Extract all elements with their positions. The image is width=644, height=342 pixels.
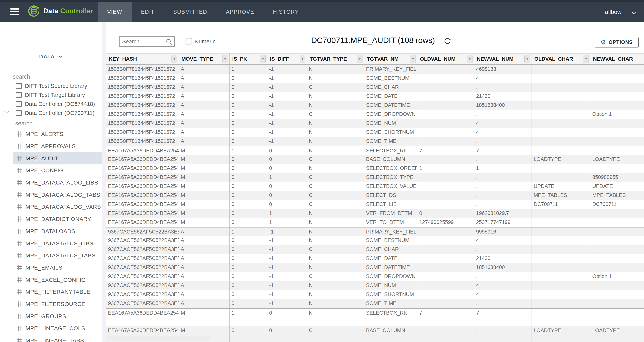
filter-caret-icon: ▼: [585, 58, 587, 60]
grid-cell-key_hash: 9367CACE562AF5C522BA3EE: [106, 290, 179, 299]
grid-cell-oldval_char: [532, 245, 590, 254]
table-label: MPE_DATADICTIONARY: [26, 216, 91, 222]
sidebar-table-item[interactable]: MPE_EXCEL_CONFIG: [13, 274, 102, 286]
grid-cell-tgtvar_nm: SELECTBOX_RK: [364, 309, 418, 326]
column-header-is_pk[interactable]: IS_PK▼: [230, 54, 267, 64]
sidebar-data-menu[interactable]: DATA: [0, 54, 102, 60]
hamburger-menu-icon[interactable]: [10, 8, 19, 16]
grid-cell-newval_num: .: [474, 272, 532, 281]
grid-cell-oldval_num: 7: [418, 309, 474, 326]
grid-cell-key_hash: 1506B0F7818445F41591672: [106, 128, 179, 137]
sidebar-table-item[interactable]: MPE_DATACATALOG_VARS: [13, 201, 102, 213]
sidebar-table-item[interactable]: MPE_DATALOADS: [13, 225, 102, 237]
grid-cell-tgtvar_type: N: [307, 254, 364, 263]
sidebar-table-item[interactable]: MPE_DATACATALOG_LIBS: [13, 177, 102, 189]
tab-view[interactable]: VIEW: [98, 2, 132, 22]
tab-edit[interactable]: EDIT: [132, 2, 164, 22]
grid-cell-tgtvar_type: C: [307, 191, 364, 200]
column-filter-button[interactable]: ▼: [300, 55, 305, 63]
column-header-tgtvar_type[interactable]: TGTVAR_TYPE▼: [307, 54, 364, 64]
grid-cell-key_hash: 9367CACE562AF5C522BA3EE: [106, 272, 179, 281]
column-filter-button[interactable]: ▼: [524, 55, 530, 63]
grid-toolbar: Numeric DC700711.MPE_AUDIT (108 rows) ⚙ …: [106, 22, 644, 53]
sidebar-library-item[interactable]: Data Controller (DC674418): [0, 99, 102, 108]
sidebar-library-item[interactable]: DIFT Test Target Library: [0, 90, 102, 99]
grid-cell-newval_char: .: [590, 245, 644, 254]
tab-submitted[interactable]: SUBMITTED: [164, 2, 216, 22]
grid-cell-newval_char: [590, 228, 644, 236]
grid-cell-oldval_char: [532, 209, 590, 218]
tab-approve[interactable]: APPROVE: [216, 2, 264, 22]
table-label: MPE_CONFIG: [26, 167, 64, 174]
column-header-newval_num[interactable]: NEWVAL_NUM▼: [474, 54, 532, 64]
grid-cell-move_type: M: [179, 309, 230, 326]
sidebar-table-item[interactable]: MPE_FILTERSOURCE: [13, 298, 102, 310]
grid-cell-is_diff: -1: [267, 236, 307, 245]
sidebar-table-item[interactable]: MPE_APPROVALS: [13, 140, 102, 152]
sidebar-table-item[interactable]: MPE_GROUPS: [13, 310, 102, 322]
column-header-oldval_num[interactable]: OLDVAL_NUM▼: [418, 54, 474, 64]
column-header-tgtvar_nm[interactable]: TGTVAR_NM▼: [364, 54, 418, 64]
column-filter-button[interactable]: ▼: [357, 55, 362, 63]
table-search-input[interactable]: [15, 119, 74, 128]
grid-cell-tgtvar_type: N: [307, 236, 364, 245]
grid-cell-tgtvar_nm: PRIMARY_KEY_FIELD: [364, 65, 418, 74]
column-header-key_hash[interactable]: KEY_HASH▼: [106, 54, 179, 64]
grid-cell-is_pk: 0: [230, 92, 267, 101]
tab-history[interactable]: HISTORY: [264, 2, 308, 22]
library-search-input[interactable]: [12, 72, 74, 81]
grid-cell-newval_num: .: [474, 83, 532, 92]
options-button[interactable]: ⚙ OPTIONS: [595, 37, 638, 48]
column-filter-button[interactable]: ▼: [467, 55, 472, 63]
sidebar-library-item[interactable]: Data Controller (DC700711): [0, 108, 102, 117]
sidebar-table-item[interactable]: MPE_DATASTATUS_LIBS: [13, 237, 102, 249]
grid-cell-tgtvar_type: C: [307, 83, 364, 92]
column-filter-button[interactable]: ▼: [410, 55, 416, 63]
grid-cell-tgtvar_type: C: [307, 173, 364, 182]
grid-row: EEA167A5A36DEDD4BEA2543M00CBASE_COLUMN..…: [106, 155, 644, 164]
sidebar-table-item[interactable]: MPE_DATADICTIONARY: [13, 213, 102, 225]
grid-cell-tgtvar_nm: SOME_SHORTNUM: [364, 128, 418, 137]
grid-cell-oldval_num: 0: [418, 209, 474, 218]
column-filter-button[interactable]: ▼: [583, 55, 589, 63]
refresh-icon[interactable]: [443, 37, 452, 45]
horizontal-scrollbar[interactable]: [106, 336, 211, 341]
sidebar-table-item[interactable]: MPE_AUDIT: [13, 152, 102, 164]
grid-cell-move_type: A: [179, 74, 230, 83]
sidebar-table-item[interactable]: MPE_FILTERANYTABLE: [13, 286, 102, 298]
column-filter-button[interactable]: ▼: [260, 55, 266, 63]
column-header-is_diff[interactable]: IS_DIFF▼: [267, 54, 307, 64]
numeric-checkbox[interactable]: [186, 38, 192, 45]
column-header-oldval_char[interactable]: OLDVAL_CHAR▼: [532, 54, 590, 64]
sidebar-table-item[interactable]: MPE_LINEAGE_COLS: [13, 322, 102, 334]
grid-cell-newval_num: 1: [474, 164, 532, 173]
sidebar-table-item[interactable]: MPE_LINEAGE_TABS: [13, 334, 102, 342]
column-filter-button[interactable]: ▼: [172, 55, 177, 63]
grid-cell-is_pk: 0: [230, 83, 267, 92]
sidebar-library-item[interactable]: DIFT Test Source Library: [0, 81, 102, 90]
sidebar-scrollbar[interactable]: [102, 22, 106, 342]
grid-search-input[interactable]: [119, 36, 175, 47]
sidebar-table-item[interactable]: MPE_DATACATALOG_TABS: [13, 189, 102, 201]
grid-cell-key_hash: EEA167A5A36DEDD4BEA2543: [106, 164, 179, 173]
sidebar-table-item[interactable]: MPE_CONFIG: [13, 164, 102, 177]
sidebar-table-item[interactable]: MPE_DATASTATUS_TABS: [13, 249, 102, 262]
chevron-down-icon[interactable]: [4, 111, 9, 114]
sidebar-table-item[interactable]: MPE_EMAILS: [13, 262, 102, 274]
grid-cell-tgtvar_nm: SELECTBOX_TYPE: [364, 173, 418, 182]
grid-cell-key_hash: EEA167A5A36DEDD4BEA2543: [106, 146, 179, 155]
grid-cell-key_hash: 1506B0F7818445F41591672: [106, 74, 179, 83]
column-filter-button[interactable]: ▼: [222, 55, 228, 63]
grid-cell-oldval_num: .: [418, 173, 474, 182]
column-header-move_type[interactable]: MOVE_TYPE▼: [179, 54, 230, 64]
grid-cell-move_type: A: [179, 128, 230, 137]
column-header-newval_char[interactable]: NEWVAL_CHAR▼: [590, 54, 644, 64]
grid-cell-tgtvar_type: C: [307, 182, 364, 191]
grid-cell-tgtvar_nm: SOME_SHORTNUM: [364, 290, 418, 299]
grid-cell-oldval_num: .: [418, 83, 474, 92]
sidebar-table-item[interactable]: MPE_ALERTS: [13, 128, 102, 140]
grid-cell-newval_num: 4: [474, 281, 532, 290]
grid-cell-move_type: A: [179, 254, 230, 263]
grid-cell-move_type: M: [179, 155, 230, 164]
user-menu[interactable]: allbow: [605, 2, 644, 22]
